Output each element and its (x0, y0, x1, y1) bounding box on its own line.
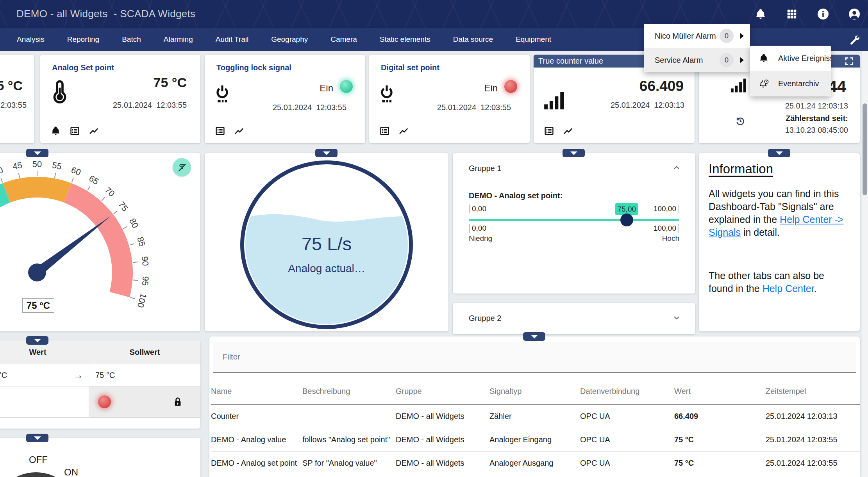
nav-tab-equipment[interactable]: Equipment (504, 28, 563, 51)
column-header-wert[interactable]: Wert (674, 381, 766, 396)
trend-chart-icon[interactable] (89, 126, 99, 136)
wrench-icon[interactable] (848, 28, 860, 51)
table-header-sollwert: Sollwert (89, 340, 200, 364)
list-icon[interactable] (379, 126, 390, 136)
table-cell-sollwert-state (89, 386, 200, 418)
nav-tab-data-source[interactable]: Data source (442, 28, 504, 51)
column-header-datenverbindung[interactable]: Datenverbindung (580, 381, 674, 396)
table-cell: Zähler (489, 412, 580, 421)
nav-tab-audit-trail[interactable]: Audit Trail (204, 28, 260, 51)
nav-tab-reporting[interactable]: Reporting (56, 28, 111, 51)
state-indicator-dot (340, 80, 353, 93)
card-signal-table: NameBeschreibungGruppeSignaltypDatenverb… (209, 336, 860, 477)
signal-timestamp: 25.01.2024 12:03:55 (437, 103, 511, 112)
alarm-bell-icon[interactable] (50, 126, 61, 136)
collapse-tab[interactable] (315, 149, 338, 157)
column-header-gruppe[interactable]: Gruppe (396, 381, 489, 396)
svg-text:50: 50 (32, 159, 42, 169)
list-icon[interactable] (215, 126, 225, 136)
collapse-tab[interactable] (523, 332, 545, 341)
column-header-zeitstempel[interactable]: Zeitstempel (766, 381, 860, 396)
list-icon[interactable] (544, 126, 554, 136)
table-row[interactable]: DEMO - Analog valuefollows "Analog set p… (211, 428, 860, 452)
trend-chart-icon[interactable] (234, 126, 245, 136)
apps-grid-icon[interactable] (785, 7, 798, 21)
panel-information: Information All widgets you can find in … (699, 153, 860, 331)
scrollbar-track[interactable] (862, 51, 868, 477)
trend-chart-icon[interactable] (563, 126, 573, 136)
svg-text:70: 70 (103, 185, 117, 199)
menu-item-label: Service Alarm (655, 56, 703, 65)
counter-since-label: Zählerstand seit: (786, 114, 848, 123)
nav-tab-static-elements[interactable]: Static elements (368, 28, 442, 51)
no-signal-icon[interactable] (173, 158, 191, 176)
collapse-tab[interactable] (26, 434, 48, 442)
table-header-row: NameBeschreibungGruppeSignaltypDatenverb… (211, 373, 860, 405)
table-cell: DEMO - all Widgets (396, 459, 489, 468)
menu-item-eventarchiv[interactable]: Eventarchiv (750, 71, 831, 96)
column-header-name[interactable]: Name (211, 381, 302, 396)
menu-item-service-alarm[interactable]: Service Alarm0 (644, 48, 750, 72)
slider-track[interactable] (469, 219, 679, 221)
menu-item-nico-müller-alarm[interactable]: Nico Müller Alarm0 (644, 24, 750, 48)
chevron-up-icon[interactable] (672, 163, 681, 173)
table-cell: DEMO - all Widgets (396, 435, 489, 444)
bell-clock-icon (759, 78, 770, 89)
nav-tab-geography[interactable]: Geography (260, 28, 319, 51)
gauge-value-box: 75 °C (22, 298, 54, 313)
nav-tab-camera[interactable]: Camera (319, 28, 368, 51)
trend-chart-icon[interactable] (398, 126, 409, 136)
history-icon[interactable] (735, 116, 746, 126)
card-rotary-switch: OFF ON (0, 438, 200, 477)
bell-icon (759, 53, 770, 64)
table-cell: OPC UA (580, 459, 674, 468)
svg-text:40: 40 (0, 165, 4, 177)
page-title: DEMO - all Widgets - SCADA Widgets (16, 0, 195, 28)
info-icon[interactable] (816, 7, 830, 21)
signal-bars-icon (542, 89, 566, 112)
column-header-signaltyp[interactable]: Signaltyp (489, 381, 580, 396)
table-cell: OPC UA (580, 435, 674, 444)
table-row[interactable]: CounterDEMO - all WidgetsZählerOPC UA66.… (211, 405, 860, 428)
group-title: Gruppe 1 (469, 164, 501, 173)
table-cell: SP for "Analog value" (302, 459, 396, 468)
list-icon[interactable] (70, 126, 80, 136)
svg-text:60: 60 (70, 165, 82, 177)
nav-tab-batch[interactable]: Batch (111, 28, 152, 51)
info-heading: Information (709, 162, 773, 176)
table-cell: DEMO - all Widgets (396, 412, 489, 421)
lock-icon (173, 396, 183, 408)
signal-timestamp: 25.01.24 12:03:13 (785, 101, 848, 110)
collapse-tab[interactable] (768, 149, 790, 157)
counter-since-value: 13.10.23 08:45:00 (785, 126, 848, 135)
nav-tab-analysis[interactable]: Analysis (5, 28, 56, 51)
scrollbar-thumb[interactable] (863, 103, 867, 195)
filter-input[interactable] (223, 342, 801, 372)
info-paragraph-1: All widgets you can find in this Dashboa… (709, 187, 850, 239)
chevron-down-icon[interactable] (672, 313, 681, 322)
slider-max-label: 100,00 (654, 205, 679, 213)
table-cell: DEMO - Analog value (211, 435, 302, 444)
slider-min-label: 0,00 (469, 205, 486, 213)
svg-text:55: 55 (51, 160, 63, 171)
panel-gruppe-2[interactable]: Gruppe 2 (453, 303, 695, 334)
fullscreen-icon[interactable] (844, 56, 854, 66)
account-icon[interactable] (848, 7, 861, 21)
table-row[interactable]: DEMO - Analog set pointSP for "Analog va… (211, 452, 860, 475)
column-header-beschreibung[interactable]: Beschreibung (302, 381, 396, 396)
collapse-tab[interactable] (26, 149, 48, 157)
menu-item-label: Eventarchiv (778, 79, 819, 88)
help-center-link[interactable]: Help Center (763, 283, 814, 294)
collapse-tab[interactable] (563, 149, 585, 157)
nav-tab-alarming[interactable]: Alarming (152, 28, 204, 51)
notifications-bell-icon[interactable] (754, 7, 767, 21)
slider-range-max: 100,00 (654, 224, 679, 233)
slider-handle[interactable] (620, 214, 633, 226)
table-cell: 25.01.2024 12:03:55 (766, 435, 860, 444)
group-title: Gruppe 2 (469, 314, 501, 323)
menu-item-aktive-ereignisse[interactable]: Aktive Ereignisse (750, 46, 831, 71)
switch-on-label: ON (64, 467, 78, 477)
collapse-tab[interactable] (26, 336, 48, 345)
svg-text:95: 95 (140, 276, 151, 286)
table-cell: Counter (211, 412, 302, 421)
